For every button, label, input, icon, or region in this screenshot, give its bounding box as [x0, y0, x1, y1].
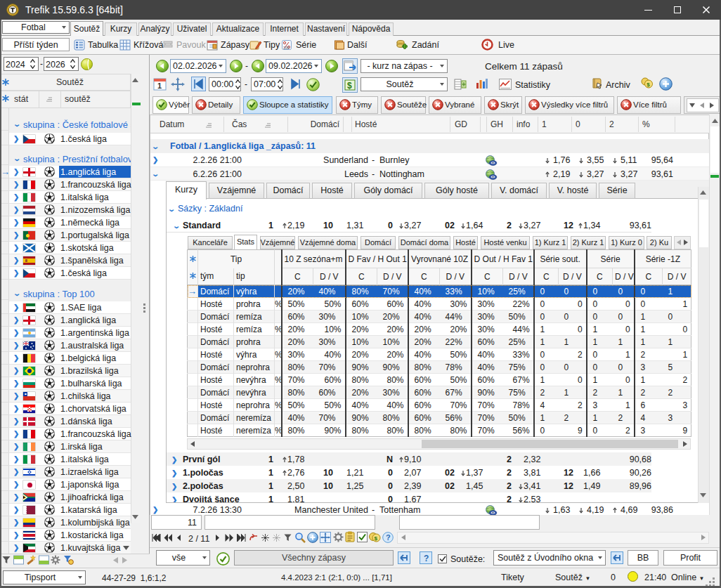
svg-text:?: ?: [386, 533, 391, 542]
svg-text:100: 100: [283, 46, 290, 50]
svg-text:$: $: [647, 81, 650, 88]
svg-text:$: $: [347, 81, 352, 91]
svg-text:1: 1: [157, 81, 162, 90]
svg-text:?: ?: [424, 554, 429, 563]
svg-text:$: $: [375, 535, 378, 542]
